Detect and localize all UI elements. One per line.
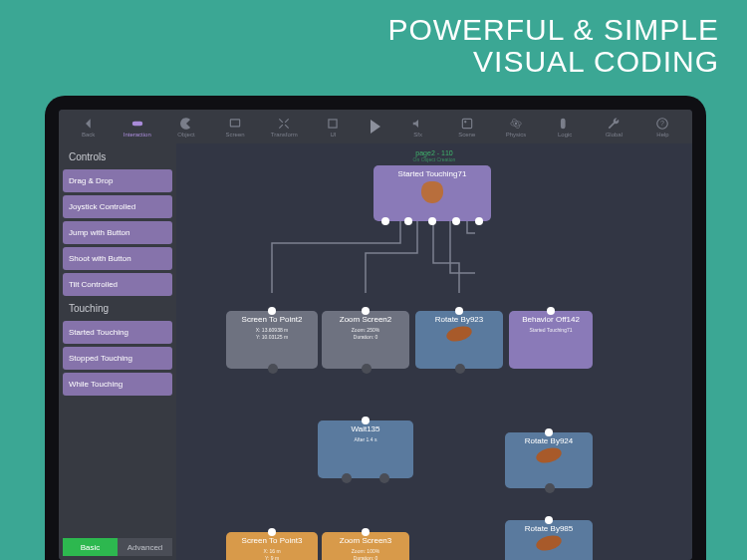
tab-scene[interactable]: Scene [443, 110, 490, 143]
node-screen-to-point-2[interactable]: Screen To Point2 X: 13.60938 m Y: 10.031… [226, 311, 318, 369]
sidebar-item-while-touching[interactable]: While Touching [63, 373, 172, 396]
sidebar-tab-advanced[interactable]: Advanced [118, 538, 172, 556]
tab-screen[interactable]: Screen [212, 110, 259, 143]
bean-icon [445, 324, 474, 344]
node-rotate-by-924[interactable]: Rotate By924 [505, 432, 593, 488]
node-screen-to-point-3[interactable]: Screen To Point3 X: 16 m Y: 9 m [226, 532, 318, 560]
screen-icon [228, 117, 242, 131]
node-canvas[interactable]: page2 - 110 On Object Creation [176, 143, 692, 560]
headline-line-1: POWERFUL & SIMPLE [387, 14, 719, 46]
svg-text:?: ? [661, 120, 665, 127]
sidebar-heading-touching: Touching [63, 299, 172, 318]
svg-rect-2 [329, 119, 337, 127]
tab-transform[interactable]: Transform [261, 110, 308, 143]
node-wait-135[interactable]: Wait135 After 1.4 s [318, 420, 413, 478]
bean-icon [535, 533, 564, 553]
bean-icon [535, 445, 564, 465]
sidebar-item-shoot[interactable]: Shoot with Button [63, 247, 172, 270]
brain-icon [558, 117, 572, 131]
tab-object[interactable]: Object [162, 110, 209, 143]
top-toolbar: Back Interaction Object Screen Transform [59, 110, 692, 143]
sidebar-item-jump[interactable]: Jump with Button [63, 221, 172, 244]
back-button[interactable]: Back [65, 110, 112, 143]
play-button[interactable] [371, 120, 380, 134]
sidebar-tab-basic[interactable]: Basic [63, 538, 118, 556]
tab-ui[interactable]: UI [310, 110, 357, 143]
sidebar-item-drag-drop[interactable]: Drag & Drop [63, 169, 172, 192]
sidebar-item-joystick[interactable]: Joystick Controlled [63, 195, 172, 218]
sidebar-item-started-touching[interactable]: Started Touching [63, 321, 172, 344]
svg-rect-0 [132, 121, 143, 126]
node-zoom-screen-3[interactable]: Zoom Screen3 Zoom: 100% Duration: 0 [322, 532, 409, 560]
tab-interaction[interactable]: Interaction [114, 110, 160, 143]
wrench-icon [607, 117, 621, 131]
node-behavior-off-142[interactable]: Behavior Off142 Started Touching71 [509, 311, 593, 369]
node-rotate-by-985[interactable]: Rotate By985 [505, 520, 593, 560]
tablet-frame: Back Interaction Object Screen Transform [45, 96, 706, 560]
app-screen: Back Interaction Object Screen Transform [59, 110, 692, 560]
tab-sfx[interactable]: Sfx [394, 110, 441, 143]
gamepad-icon [130, 117, 144, 131]
atom-icon [509, 117, 523, 131]
sidebar: Controls Drag & Drop Joystick Controlled… [59, 143, 176, 560]
tab-physics[interactable]: Physics [492, 110, 539, 143]
help-button[interactable]: ? Help [639, 110, 686, 143]
sprite-icon [421, 181, 443, 203]
sfx-icon [411, 117, 425, 131]
page-label: page2 - 110 On Object Creation [413, 149, 456, 162]
tab-global[interactable]: Global [591, 110, 637, 143]
sidebar-heading-controls: Controls [63, 147, 172, 166]
node-zoom-screen-2[interactable]: Zoom Screen2 Zoom: 250% Duration: 0 [322, 311, 409, 369]
sidebar-mode-tabs: Basic Advanced [63, 538, 172, 556]
svg-rect-1 [230, 119, 239, 126]
svg-rect-3 [462, 119, 471, 128]
tab-logic[interactable]: Logic [542, 110, 589, 143]
sidebar-item-tilt[interactable]: Tilt Controlled [63, 273, 172, 296]
pacman-icon [179, 117, 193, 131]
back-icon [82, 117, 96, 131]
headline-line-2: VISUAL CODING [387, 46, 719, 78]
help-icon: ? [655, 117, 669, 131]
svg-point-4 [464, 121, 466, 123]
image-icon [460, 117, 474, 131]
node-rotate-by-923[interactable]: Rotate By923 [415, 311, 503, 369]
marketing-headline: POWERFUL & SIMPLE VISUAL CODING [387, 14, 719, 78]
svg-point-5 [515, 122, 517, 124]
node-started-touching[interactable]: Started Touching71 [374, 165, 491, 221]
expand-icon [277, 117, 291, 131]
ui-icon [326, 117, 340, 131]
sidebar-item-stopped-touching[interactable]: Stopped Touching [63, 347, 172, 370]
